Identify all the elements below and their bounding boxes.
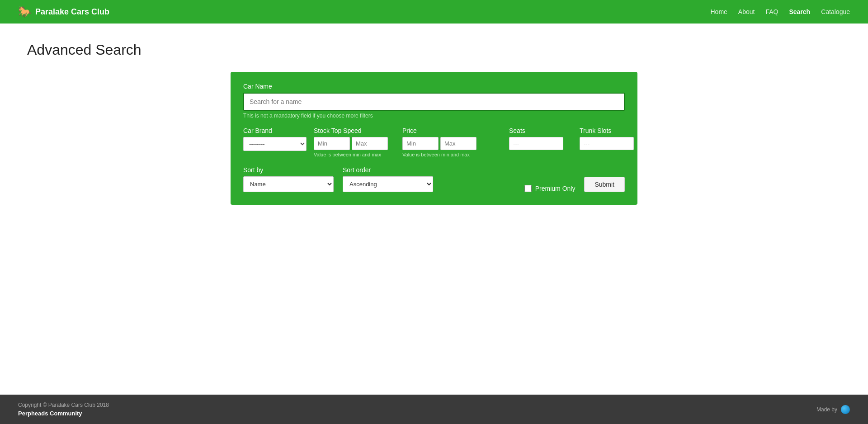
stock-speed-label: Stock Top Speed: [314, 127, 395, 134]
seats-group: Seats: [509, 127, 572, 150]
car-brand-select[interactable]: --------: [243, 137, 307, 151]
trunk-input[interactable]: [580, 137, 634, 150]
price-label: Price: [402, 127, 502, 134]
stock-speed-group: Stock Top Speed Value is between min and…: [314, 127, 395, 157]
nav-links: Home About FAQ Search Catalogue: [711, 8, 850, 15]
seats-label: Seats: [509, 127, 572, 134]
sort-order-group: Sort order Ascending Descending: [343, 166, 433, 192]
premium-checkbox[interactable]: [524, 185, 532, 192]
car-name-section: Car Name This is not a mandatory field i…: [243, 83, 625, 119]
nav-search[interactable]: Search: [789, 8, 810, 15]
footer-community: Perpheads Community: [18, 410, 109, 417]
main-content: Advanced Search Car Name This is not a m…: [0, 24, 868, 395]
made-by-text: Made by: [816, 406, 837, 413]
speed-max-input[interactable]: [352, 137, 388, 150]
car-name-label: Car Name: [243, 83, 625, 90]
nav-faq[interactable]: FAQ: [765, 8, 778, 15]
car-brand-group: Car Brand --------: [243, 127, 307, 151]
nav-catalogue[interactable]: Catalogue: [821, 8, 850, 15]
premium-label[interactable]: Premium Only: [535, 185, 576, 192]
brand-label: Paralake Cars Club: [35, 7, 109, 17]
footer-right: Made by: [816, 405, 850, 414]
price-group: Price Value is between min and max: [402, 127, 502, 157]
footer-left: Copyright © Paralake Cars Club 2018 Perp…: [18, 402, 109, 417]
sort-order-select[interactable]: Ascending Descending: [343, 176, 433, 192]
footer-copyright: Copyright © Paralake Cars Club 2018: [18, 402, 109, 408]
price-max-input[interactable]: [440, 137, 476, 150]
price-min-input[interactable]: [402, 137, 439, 150]
horse-icon: 🐎: [18, 5, 32, 18]
seats-input[interactable]: [509, 137, 563, 150]
trunk-group: Trunk Slots: [580, 127, 634, 150]
sort-by-group: Sort by Name Price Speed Seats Trunk Slo…: [243, 166, 334, 192]
nav-brand: 🐎 Paralake Cars Club: [18, 5, 109, 18]
footer: Copyright © Paralake Cars Club 2018 Perp…: [0, 395, 868, 424]
sort-premium-row: Sort by Name Price Speed Seats Trunk Slo…: [243, 166, 625, 192]
car-name-hint: This is not a mandatory field if you cho…: [243, 113, 625, 119]
page-title: Advanced Search: [27, 42, 841, 58]
search-panel: Car Name This is not a mandatory field i…: [231, 72, 637, 205]
navbar: 🐎 Paralake Cars Club Home About FAQ Sear…: [0, 0, 868, 24]
car-brand-label: Car Brand: [243, 127, 307, 134]
trunk-label: Trunk Slots: [580, 127, 634, 134]
speed-inputs: [314, 137, 395, 150]
nav-about[interactable]: About: [738, 8, 755, 15]
filters-row: Car Brand -------- Stock Top Speed Value…: [243, 127, 625, 157]
speed-min-input[interactable]: [314, 137, 350, 150]
sort-order-label: Sort order: [343, 166, 433, 174]
sort-by-label: Sort by: [243, 166, 334, 174]
speed-hint: Value is between min and max: [314, 152, 395, 157]
submit-button[interactable]: Submit: [584, 177, 625, 192]
car-brand-inputs: --------: [243, 137, 307, 151]
sort-by-select[interactable]: Name Price Speed Seats Trunk Slots: [243, 176, 334, 192]
price-hint: Value is between min and max: [402, 152, 502, 157]
car-name-input[interactable]: [243, 93, 625, 111]
globe-icon: [841, 405, 850, 414]
nav-home[interactable]: Home: [711, 8, 727, 15]
premium-check-group: Premium Only: [524, 185, 576, 192]
price-inputs: [402, 137, 502, 150]
